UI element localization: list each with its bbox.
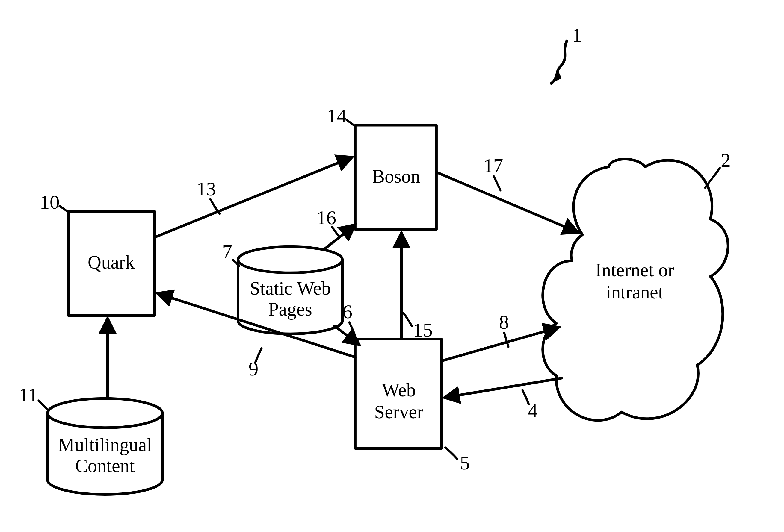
node-web-server: Web Server bbox=[356, 339, 442, 448]
node-boson: Boson bbox=[356, 125, 437, 229]
web-server-label-2: Server bbox=[374, 402, 423, 422]
svg-text:15: 15 bbox=[413, 319, 432, 341]
ref-11: 11 bbox=[19, 384, 49, 411]
svg-text:8: 8 bbox=[499, 311, 509, 333]
node-internet-cloud: Internet or intranet bbox=[543, 159, 728, 420]
svg-text:7: 7 bbox=[222, 240, 232, 262]
svg-text:13: 13 bbox=[196, 178, 216, 200]
ref-9: 9 bbox=[248, 349, 261, 380]
cloud-label-2: intranet bbox=[606, 282, 664, 303]
arrow-cloud-to-webserver bbox=[445, 378, 562, 397]
multilingual-label-2: Content bbox=[75, 455, 135, 476]
ref-10: 10 bbox=[40, 191, 68, 213]
svg-point-4 bbox=[48, 398, 162, 428]
system-diagram: Quark Boson Web Server Static Web Pages … bbox=[0, 0, 784, 532]
svg-text:2: 2 bbox=[721, 149, 731, 171]
arrow-boson-to-cloud bbox=[437, 172, 577, 232]
svg-text:10: 10 bbox=[40, 191, 60, 213]
node-multilingual-content: Multilingual Content bbox=[48, 398, 162, 495]
arrow-static-to-webserver bbox=[335, 326, 359, 344]
multilingual-label-1: Multilingual bbox=[58, 435, 152, 455]
ref-13: 13 bbox=[196, 178, 220, 214]
ref-5: 5 bbox=[445, 448, 470, 474]
web-server-label-1: Web bbox=[382, 380, 416, 401]
node-static-web-pages: Static Web Pages bbox=[238, 247, 342, 334]
ref-16: 16 bbox=[316, 207, 340, 237]
static-pages-label-2: Pages bbox=[269, 299, 312, 320]
svg-text:6: 6 bbox=[342, 301, 352, 322]
ref-17: 17 bbox=[483, 154, 503, 190]
boson-label: Boson bbox=[372, 166, 420, 187]
ref-7: 7 bbox=[222, 240, 239, 266]
ref-15: 15 bbox=[403, 313, 433, 341]
cloud-label-1: Internet or bbox=[595, 260, 674, 280]
svg-text:16: 16 bbox=[316, 207, 336, 229]
ref-6: 6 bbox=[342, 301, 355, 334]
svg-text:1: 1 bbox=[572, 24, 582, 46]
node-quark: Quark bbox=[68, 211, 154, 316]
ref-2: 2 bbox=[705, 149, 731, 188]
ref-8: 8 bbox=[499, 311, 509, 347]
arrow-webserver-to-quark bbox=[158, 294, 356, 357]
svg-text:14: 14 bbox=[327, 105, 346, 127]
static-pages-label-1: Static Web bbox=[250, 278, 331, 299]
ref-14: 14 bbox=[327, 105, 356, 127]
svg-text:17: 17 bbox=[483, 154, 503, 176]
ref-4: 4 bbox=[523, 390, 538, 421]
quark-label: Quark bbox=[88, 252, 135, 273]
svg-point-3 bbox=[238, 247, 342, 273]
ref-1: 1 bbox=[551, 24, 582, 83]
svg-text:5: 5 bbox=[460, 452, 470, 474]
svg-text:11: 11 bbox=[19, 384, 38, 406]
